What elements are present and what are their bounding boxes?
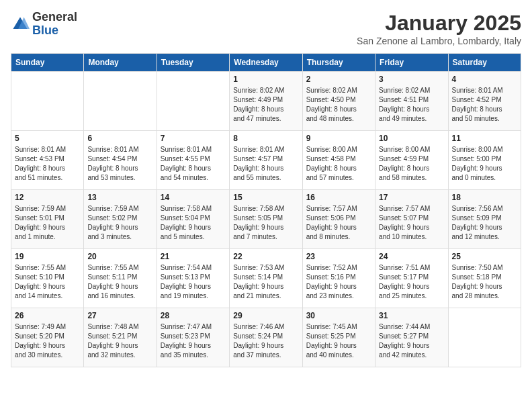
day-content: Sunrise: 7:47 AM Sunset: 5:23 PM Dayligh… [161,322,226,360]
location-subtitle: San Zenone al Lambro, Lombardy, Italy [357,36,521,46]
day-content: Sunrise: 7:51 AM Sunset: 5:17 PM Dayligh… [379,263,444,301]
day-content: Sunrise: 7:55 AM Sunset: 5:10 PM Dayligh… [15,263,80,301]
day-number: 12 [15,193,80,202]
day-number: 13 [87,193,152,202]
day-content: Sunrise: 7:53 AM Sunset: 5:14 PM Dayligh… [233,263,298,301]
calendar-cell: 28Sunrise: 7:47 AM Sunset: 5:23 PM Dayli… [157,308,229,367]
calendar-cell: 9Sunrise: 8:00 AM Sunset: 4:58 PM Daylig… [302,131,375,190]
day-number: 19 [15,252,80,261]
day-content: Sunrise: 7:48 AM Sunset: 5:21 PM Dayligh… [87,322,152,360]
calendar-cell: 2Sunrise: 8:02 AM Sunset: 4:50 PM Daylig… [302,72,375,131]
day-header-thursday: Thursday [302,54,375,72]
day-header-saturday: Saturday [448,54,521,72]
month-title: January 2025 [357,11,521,36]
day-number: 24 [379,252,444,261]
day-content: Sunrise: 7:56 AM Sunset: 5:09 PM Dayligh… [452,204,517,242]
day-number: 27 [87,311,152,320]
day-number: 7 [161,134,226,143]
calendar-cell: 10Sunrise: 8:00 AM Sunset: 4:59 PM Dayli… [375,131,448,190]
day-number: 3 [379,75,444,84]
week-row-3: 12Sunrise: 7:59 AM Sunset: 5:01 PM Dayli… [11,190,521,249]
calendar-cell: 5Sunrise: 8:01 AM Sunset: 4:53 PM Daylig… [11,131,84,190]
calendar-cell: 23Sunrise: 7:52 AM Sunset: 5:16 PM Dayli… [302,249,375,308]
logo-blue-text: Blue [32,24,77,38]
calendar-cell: 30Sunrise: 7:45 AM Sunset: 5:25 PM Dayli… [302,308,375,367]
day-number: 8 [233,134,298,143]
day-number: 9 [306,134,371,143]
calendar-cell: 19Sunrise: 7:55 AM Sunset: 5:10 PM Dayli… [11,249,84,308]
day-content: Sunrise: 8:01 AM Sunset: 4:54 PM Dayligh… [87,145,152,183]
day-number: 4 [452,75,517,84]
day-content: Sunrise: 7:55 AM Sunset: 5:11 PM Dayligh… [87,263,152,301]
day-number: 16 [306,193,371,202]
day-content: Sunrise: 7:46 AM Sunset: 5:24 PM Dayligh… [233,322,298,360]
calendar-cell: 15Sunrise: 7:58 AM Sunset: 5:05 PM Dayli… [230,190,302,249]
day-content: Sunrise: 8:01 AM Sunset: 4:55 PM Dayligh… [161,145,226,183]
day-content: Sunrise: 8:01 AM Sunset: 4:57 PM Dayligh… [233,145,298,183]
day-content: Sunrise: 8:02 AM Sunset: 4:50 PM Dayligh… [306,86,371,124]
calendar-cell [11,72,84,131]
calendar-cell [84,72,157,131]
day-content: Sunrise: 8:02 AM Sunset: 4:51 PM Dayligh… [379,86,444,124]
day-header-sunday: Sunday [11,54,84,72]
calendar-cell [448,308,521,367]
day-number: 21 [161,252,226,261]
calendar-cell: 14Sunrise: 7:58 AM Sunset: 5:04 PM Dayli… [157,190,229,249]
day-header-monday: Monday [84,54,157,72]
calendar-cell [157,72,229,131]
day-content: Sunrise: 7:45 AM Sunset: 5:25 PM Dayligh… [306,322,371,360]
day-number: 25 [452,252,517,261]
day-content: Sunrise: 7:49 AM Sunset: 5:20 PM Dayligh… [15,322,80,360]
day-content: Sunrise: 7:59 AM Sunset: 5:02 PM Dayligh… [87,204,152,242]
day-number: 1 [233,75,298,84]
day-number: 15 [233,193,298,202]
week-row-4: 19Sunrise: 7:55 AM Sunset: 5:10 PM Dayli… [11,249,521,308]
calendar-cell: 6Sunrise: 8:01 AM Sunset: 4:54 PM Daylig… [84,131,157,190]
calendar-cell: 3Sunrise: 8:02 AM Sunset: 4:51 PM Daylig… [375,72,448,131]
day-header-tuesday: Tuesday [157,54,229,72]
calendar-table: SundayMondayTuesdayWednesdayThursdayFrid… [11,53,521,367]
day-number: 11 [452,134,517,143]
day-number: 20 [87,252,152,261]
day-header-wednesday: Wednesday [230,54,302,72]
day-number: 6 [87,134,152,143]
day-content: Sunrise: 7:57 AM Sunset: 5:07 PM Dayligh… [379,204,444,242]
calendar-cell: 18Sunrise: 7:56 AM Sunset: 5:09 PM Dayli… [448,190,521,249]
week-row-2: 5Sunrise: 8:01 AM Sunset: 4:53 PM Daylig… [11,131,521,190]
day-content: Sunrise: 7:59 AM Sunset: 5:01 PM Dayligh… [15,204,80,242]
calendar-cell: 8Sunrise: 8:01 AM Sunset: 4:57 PM Daylig… [230,131,302,190]
logo-icon [11,15,30,34]
day-number: 22 [233,252,298,261]
day-number: 26 [15,311,80,320]
calendar-cell: 29Sunrise: 7:46 AM Sunset: 5:24 PM Dayli… [230,308,302,367]
day-number: 17 [379,193,444,202]
calendar-cell: 31Sunrise: 7:44 AM Sunset: 5:27 PM Dayli… [375,308,448,367]
calendar-cell: 1Sunrise: 8:02 AM Sunset: 4:49 PM Daylig… [230,72,302,131]
day-content: Sunrise: 7:52 AM Sunset: 5:16 PM Dayligh… [306,263,371,301]
calendar-cell: 26Sunrise: 7:49 AM Sunset: 5:20 PM Dayli… [11,308,84,367]
day-number: 31 [379,311,444,320]
calendar-cell: 24Sunrise: 7:51 AM Sunset: 5:17 PM Dayli… [375,249,448,308]
calendar-cell: 20Sunrise: 7:55 AM Sunset: 5:11 PM Dayli… [84,249,157,308]
calendar-cell: 11Sunrise: 8:00 AM Sunset: 5:00 PM Dayli… [448,131,521,190]
calendar-cell: 4Sunrise: 8:01 AM Sunset: 4:52 PM Daylig… [448,72,521,131]
logo-text: General Blue [32,11,77,38]
day-content: Sunrise: 8:00 AM Sunset: 5:00 PM Dayligh… [452,145,517,183]
day-content: Sunrise: 7:58 AM Sunset: 5:05 PM Dayligh… [233,204,298,242]
week-row-5: 26Sunrise: 7:49 AM Sunset: 5:20 PM Dayli… [11,308,521,367]
day-content: Sunrise: 7:58 AM Sunset: 5:04 PM Dayligh… [161,204,226,242]
calendar-cell: 22Sunrise: 7:53 AM Sunset: 5:14 PM Dayli… [230,249,302,308]
day-content: Sunrise: 7:54 AM Sunset: 5:13 PM Dayligh… [161,263,226,301]
week-row-1: 1Sunrise: 8:02 AM Sunset: 4:49 PM Daylig… [11,72,521,131]
calendar-cell: 25Sunrise: 7:50 AM Sunset: 5:18 PM Dayli… [448,249,521,308]
calendar-cell: 17Sunrise: 7:57 AM Sunset: 5:07 PM Dayli… [375,190,448,249]
title-area: January 2025 San Zenone al Lambro, Lomba… [357,11,521,46]
day-number: 5 [15,134,80,143]
day-number: 18 [452,193,517,202]
logo-general-text: General [32,11,77,24]
logo: General Blue [11,11,77,38]
day-content: Sunrise: 7:50 AM Sunset: 5:18 PM Dayligh… [452,263,517,301]
day-number: 23 [306,252,371,261]
day-content: Sunrise: 8:02 AM Sunset: 4:49 PM Dayligh… [233,86,298,124]
calendar-cell: 13Sunrise: 7:59 AM Sunset: 5:02 PM Dayli… [84,190,157,249]
